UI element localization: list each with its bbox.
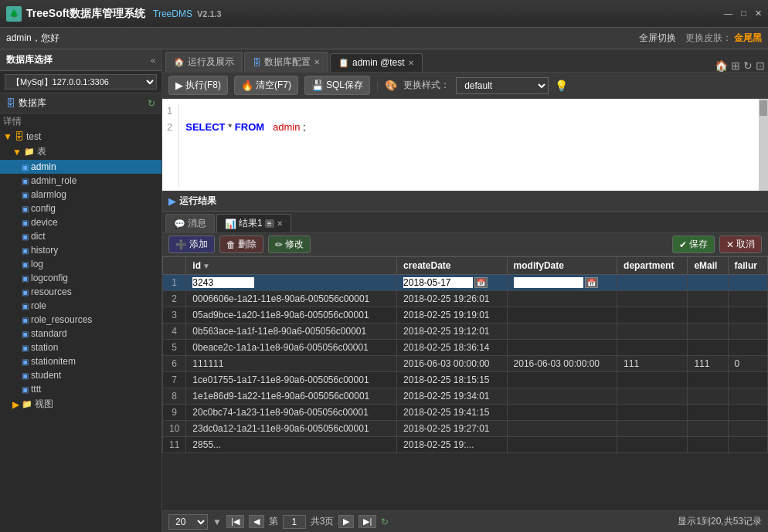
sidebar-db-section: 🗄 数据库 ↻ — [0, 93, 161, 114]
tree-node-config[interactable]: ▣ config — [0, 202, 161, 215]
tab-right-buttons: 🏠 ⊞ ↻ ⊡ — [715, 59, 765, 72]
modifydate-input[interactable] — [514, 277, 583, 288]
delete-icon: 🗑 — [226, 239, 236, 250]
cell-id[interactable] — [186, 275, 397, 291]
tab-db-close[interactable]: ✕ — [314, 58, 320, 66]
date-picker-btn[interactable]: 📅 — [474, 277, 488, 288]
col-header-createdate[interactable]: createDate — [397, 257, 507, 275]
pagination-bar: 20 50 100 ▼ |◀ ◀ 第 共3页 ▶ ▶| ↻ 显示1到20,共53… — [162, 510, 768, 532]
next-page-btn[interactable]: ▶ — [338, 515, 354, 528]
page-input[interactable] — [283, 515, 306, 529]
data-table: id ▼ createDate modifyDate department eM… — [162, 256, 768, 453]
save-check-icon: ✔ — [679, 239, 687, 250]
delete-btn[interactable]: 🗑 删除 — [219, 236, 263, 253]
record-count: 显示1到20,共53记录 — [678, 515, 762, 528]
tree-node-history[interactable]: ▣ history — [0, 243, 161, 257]
id-sort-icon[interactable]: ▼ — [202, 262, 210, 270]
db-section-label: 数据库 — [19, 97, 46, 110]
cell-modifydate[interactable]: 📅 — [507, 275, 617, 291]
db-connection-select[interactable]: 【MySql】127.0.0.1:3306 — [5, 74, 157, 90]
col-header-failure[interactable]: failur — [728, 257, 767, 275]
col-header-id[interactable]: id ▼ — [186, 257, 397, 275]
tree-node-logconfig[interactable]: ▣ logconfig — [0, 271, 161, 285]
collapse-icon[interactable]: « — [151, 56, 155, 65]
tab-close-all-btn[interactable]: ⊡ — [756, 59, 765, 72]
tab-query-close[interactable]: ✕ — [408, 59, 414, 67]
tab-run-display[interactable]: 🏠 运行及展示 — [165, 52, 243, 72]
tree-node-role-resources[interactable]: ▣ role_resources — [0, 313, 161, 327]
window-controls[interactable]: — □ ✕ — [724, 8, 762, 19]
db-refresh-btn[interactable]: ↻ — [148, 98, 155, 109]
tree-node-tables[interactable]: ▼ 📁 表 — [0, 144, 161, 160]
tree-node-student[interactable]: ▣ student — [0, 368, 161, 382]
tree-node-views[interactable]: ▶ 📁 视图 — [0, 396, 161, 412]
cell-department[interactable] — [617, 275, 688, 291]
result-tab-result1[interactable]: 📊 结果1 ≡ ✕ — [216, 214, 291, 232]
tree-node-dict[interactable]: ▣ dict — [0, 229, 161, 243]
col-header-email[interactable]: eMail — [688, 257, 728, 275]
first-page-btn[interactable]: |◀ — [226, 515, 244, 528]
change-skin-btn[interactable]: 更换皮肤： 金尾黑 — [685, 32, 762, 45]
tree-node-station[interactable]: ▣ station — [0, 341, 161, 354]
table-row: 9 20c0bc74-1a23-11e8-90a6-005056c00001 2… — [163, 405, 768, 421]
execute-btn[interactable]: ▶ 执行(F8) — [168, 76, 228, 95]
tree-node-resources[interactable]: ▣ resources — [0, 285, 161, 299]
table-space — [267, 121, 273, 133]
tree-node-standard[interactable]: ▣ standard — [0, 327, 161, 341]
cell-createdate[interactable]: 📅 — [397, 275, 507, 291]
messages-icon: 💬 — [174, 219, 185, 229]
createdate-input[interactable] — [403, 277, 473, 288]
tree-node-alarmlog[interactable]: ▣ alarmlog — [0, 188, 161, 202]
clear-btn[interactable]: 🔥 清空(F7) — [234, 76, 298, 95]
data-table-wrapper[interactable]: id ▼ createDate modifyDate department eM… — [162, 256, 768, 510]
query-icon: 📋 — [338, 58, 349, 68]
tree-node-admin[interactable]: ▣ admin — [0, 160, 161, 174]
minimize-btn[interactable]: — — [724, 8, 732, 18]
sql-editor[interactable]: 1 2 SELECT * FROM admin ; — [162, 99, 768, 191]
style-select[interactable]: default — [456, 77, 549, 94]
prev-page-btn[interactable]: ◀ — [249, 515, 264, 528]
row-num: 1 — [163, 275, 186, 291]
tree-node-admin-role[interactable]: ▣ admin_role — [0, 174, 161, 188]
sql-save-btn[interactable]: 💾 SQL保存 — [304, 76, 370, 95]
col-header-modifydate[interactable]: modifyDate — [507, 257, 617, 275]
results-tabs: 💬 消息 📊 结果1 ≡ ✕ — [162, 212, 768, 233]
cancel-btn[interactable]: ✕ 取消 — [719, 236, 762, 253]
col-header-department[interactable]: department — [617, 257, 688, 275]
maximize-btn[interactable]: □ — [741, 8, 746, 18]
cell-failure[interactable] — [728, 275, 767, 291]
save-icon: 💾 — [311, 80, 324, 91]
id-input[interactable] — [192, 277, 254, 288]
app-icon: 🌲 — [6, 6, 22, 22]
cell-email[interactable] — [688, 275, 728, 291]
editor-scrollbar[interactable] — [759, 99, 768, 191]
tab-grid-btn[interactable]: ⊞ — [731, 59, 740, 72]
close-btn[interactable]: ✕ — [755, 8, 762, 18]
tree-node-device[interactable]: ▣ device — [0, 215, 161, 229]
editor-content[interactable]: SELECT * FROM admin ; — [185, 103, 763, 186]
edit-btn[interactable]: ✏ 修改 — [268, 236, 311, 253]
tree-node-role[interactable]: ▣ role — [0, 299, 161, 313]
result1-close[interactable]: ✕ — [277, 219, 283, 228]
results-refresh-btn[interactable]: ↻ — [381, 517, 389, 527]
hint-icon[interactable]: 💡 — [555, 80, 568, 92]
editor-line-2[interactable]: SELECT * FROM admin ; — [185, 120, 763, 136]
fullscreen-btn[interactable]: 全屏切换 — [639, 32, 676, 45]
result-tab-messages[interactable]: 💬 消息 — [165, 214, 215, 232]
tree-node-tttt[interactable]: ▣ tttt — [0, 382, 161, 396]
edit-icon: ✏ — [275, 239, 283, 250]
tab-refresh-btn[interactable]: ↻ — [743, 59, 753, 72]
tab-admin-query[interactable]: 📋 admin @test ✕ — [330, 53, 423, 72]
results-icon: ▶ — [168, 195, 176, 207]
tree-node-log[interactable]: ▣ log — [0, 257, 161, 271]
tab-db-config[interactable]: 🗄 数据库配置 ✕ — [244, 52, 328, 72]
save-btn[interactable]: ✔ 保存 — [672, 236, 715, 253]
table-row: 6 111111 2016-06-03 00:00:00 2016-06-03 … — [163, 356, 768, 372]
tab-home-btn[interactable]: 🏠 — [715, 59, 728, 72]
tree-node-test[interactable]: ▼ 🗄 test — [0, 130, 161, 144]
date-picker-btn2[interactable]: 📅 — [585, 277, 598, 288]
add-btn[interactable]: ➕ 添加 — [168, 236, 215, 253]
page-size-select[interactable]: 20 50 100 — [168, 514, 208, 530]
tree-node-stationitem[interactable]: ▣ stationitem — [0, 354, 161, 368]
last-page-btn[interactable]: ▶| — [359, 515, 376, 528]
